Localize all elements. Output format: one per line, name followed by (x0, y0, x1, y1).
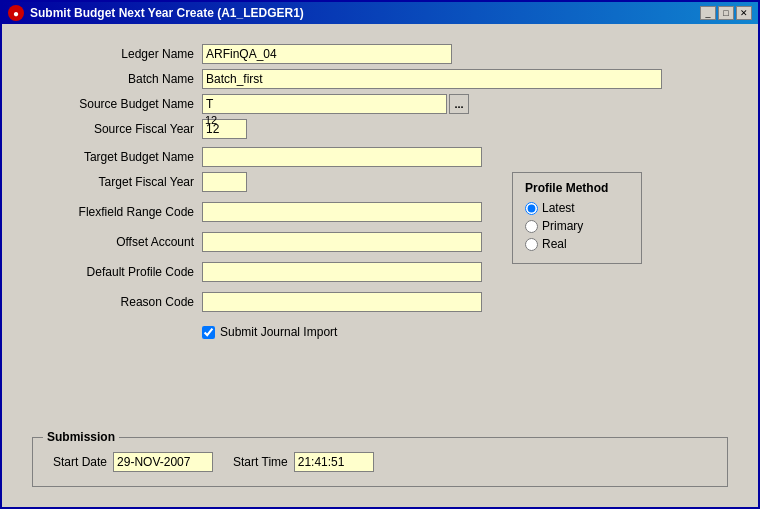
start-date-group: Start Date (53, 452, 213, 472)
target-fiscal-year-row: Target Fiscal Year (32, 172, 482, 192)
source-fiscal-year-row: Source Fiscal Year (32, 119, 728, 139)
ledger-name-input[interactable] (202, 44, 452, 64)
profile-latest-radio[interactable] (525, 202, 538, 215)
target-budget-name-row: Target Budget Name (32, 147, 728, 167)
profile-primary-radio[interactable] (525, 220, 538, 233)
title-bar: ● Submit Budget Next Year Create (A1_LED… (2, 2, 758, 24)
start-date-label: Start Date (53, 455, 107, 469)
submit-journal-label: Submit Journal Import (220, 325, 337, 339)
close-button[interactable]: ✕ (736, 6, 752, 20)
start-date-input[interactable] (113, 452, 213, 472)
offset-account-row: Offset Account (32, 232, 482, 252)
submit-journal-row: Submit Journal Import (202, 325, 728, 339)
profile-method-box: Profile Method Latest Primary Real (512, 172, 642, 264)
source-budget-input-group: 12 ... (202, 94, 469, 114)
ledger-name-row: Ledger Name (32, 44, 728, 64)
title-buttons: _ □ ✕ (700, 6, 752, 20)
target-budget-name-input[interactable] (202, 147, 482, 167)
profile-primary-label: Primary (542, 219, 583, 233)
profile-method-title: Profile Method (525, 181, 629, 195)
title-bar-left: ● Submit Budget Next Year Create (A1_LED… (8, 5, 304, 21)
target-budget-name-label: Target Budget Name (32, 150, 202, 164)
profile-latest-label: Latest (542, 201, 575, 215)
source-budget-name-input[interactable] (202, 94, 447, 114)
reason-code-label: Reason Code (32, 295, 202, 309)
flexfield-range-row: Flexfield Range Code (32, 202, 482, 222)
offset-account-input[interactable] (202, 232, 482, 252)
default-profile-row: Default Profile Code (32, 262, 482, 282)
profile-real-radio[interactable] (525, 238, 538, 251)
submission-inner: Start Date Start Time (53, 452, 707, 472)
batch-name-label: Batch Name (32, 72, 202, 86)
main-window: ● Submit Budget Next Year Create (A1_LED… (0, 0, 760, 509)
profile-primary-row: Primary (525, 219, 629, 233)
submission-title: Submission (43, 430, 119, 444)
offset-account-label: Offset Account (32, 235, 202, 249)
flexfield-range-label: Flexfield Range Code (32, 205, 202, 219)
start-time-label: Start Time (233, 455, 288, 469)
submit-journal-checkbox[interactable] (202, 326, 215, 339)
source-budget-sub: 12 (205, 114, 217, 126)
target-fiscal-inputs: Target Fiscal Year Flexfield Range Code … (32, 172, 482, 317)
form-section: Ledger Name Batch Name Source Budget Nam… (32, 44, 728, 427)
reason-code-row: Reason Code (32, 292, 482, 312)
target-fiscal-year-input[interactable] (202, 172, 247, 192)
source-budget-browse-button[interactable]: ... (449, 94, 469, 114)
start-time-group: Start Time (233, 452, 374, 472)
target-fiscal-profile-row: Target Fiscal Year Flexfield Range Code … (32, 172, 728, 317)
window-icon: ● (8, 5, 24, 21)
profile-real-row: Real (525, 237, 629, 251)
minimize-button[interactable]: _ (700, 6, 716, 20)
target-fiscal-year-label: Target Fiscal Year (32, 175, 202, 189)
source-fiscal-year-label: Source Fiscal Year (32, 122, 202, 136)
profile-real-label: Real (542, 237, 567, 251)
default-profile-label: Default Profile Code (32, 265, 202, 279)
flexfield-range-input[interactable] (202, 202, 482, 222)
reason-code-input[interactable] (202, 292, 482, 312)
window-title: Submit Budget Next Year Create (A1_LEDGE… (30, 6, 304, 20)
start-time-input[interactable] (294, 452, 374, 472)
source-budget-name-label: Source Budget Name (32, 97, 202, 111)
maximize-button[interactable]: □ (718, 6, 734, 20)
submission-section: Submission Start Date Start Time (32, 437, 728, 487)
batch-name-input[interactable] (202, 69, 662, 89)
default-profile-input[interactable] (202, 262, 482, 282)
window-body: Ledger Name Batch Name Source Budget Nam… (2, 24, 758, 507)
batch-name-row: Batch Name (32, 69, 728, 89)
profile-latest-row: Latest (525, 201, 629, 215)
ledger-name-label: Ledger Name (32, 47, 202, 61)
source-budget-name-row: Source Budget Name 12 ... (32, 94, 728, 114)
